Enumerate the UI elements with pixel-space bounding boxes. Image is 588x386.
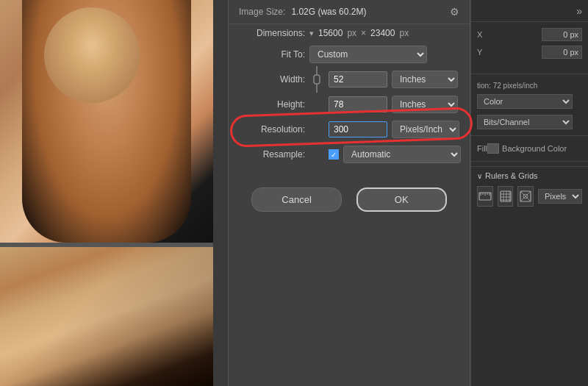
photo-top: [0, 0, 213, 243]
fill-box[interactable]: [487, 143, 499, 154]
dimensions-height-unit: px: [399, 28, 409, 38]
right-panel: » X Y tion: 72 pixels/inch Color Bits/Ch…: [470, 0, 588, 386]
dimensions-x: ×: [361, 28, 366, 38]
dimensions-label: Dimensions:: [239, 28, 305, 38]
photo-bottom: [0, 247, 213, 386]
rulers-unit-select[interactable]: Pixels: [538, 189, 582, 204]
collapse-icon[interactable]: ∨: [477, 172, 482, 180]
rulers-icons: Pixels: [471, 183, 588, 210]
cancel-button[interactable]: Cancel: [251, 187, 341, 212]
resample-select[interactable]: Automatic: [343, 146, 461, 163]
divider-3: [471, 161, 588, 162]
chain-icon: [311, 66, 323, 93]
resolution-row: Resolution: Pixels/Inch: [229, 117, 470, 142]
x-row: X: [477, 28, 582, 41]
dialog-header-left: Image Size: 1.02G (was 60.2M): [239, 7, 366, 17]
coordinates-section: X Y: [471, 22, 588, 69]
bg-color-label: Background Color: [502, 144, 567, 153]
svg-rect-18: [314, 75, 320, 84]
width-unit-select[interactable]: Inches: [392, 71, 458, 88]
x-input[interactable]: [542, 28, 582, 41]
divider-2: [471, 135, 588, 136]
ok-button[interactable]: OK: [356, 187, 447, 212]
dialog-title-value: 1.02G (was 60.2M): [291, 7, 366, 17]
fill-row: Fill Background Color: [471, 140, 588, 157]
ruler-icon-2[interactable]: [498, 186, 514, 207]
image-size-dialog: Image Size: 1.02G (was 60.2M) ⚙ Dimensio…: [228, 0, 470, 386]
fill-label: Fill: [477, 144, 487, 153]
color-row: Color: [471, 93, 588, 110]
resample-checkbox[interactable]: ✓: [329, 149, 339, 160]
y-label: Y: [477, 48, 542, 57]
bits-row: Bits/Channel: [471, 113, 588, 131]
resolution-label: Resolution:: [239, 124, 305, 135]
wh-group: Width: Inches Height:: [229, 67, 470, 117]
width-label: Width:: [239, 74, 305, 85]
dialog-title-label: Image Size:: [239, 7, 285, 17]
height-label: Height:: [239, 99, 305, 110]
gear-button[interactable]: ⚙: [450, 6, 459, 18]
fit-to-row: Fit To: Custom: [229, 42, 470, 67]
ruler-icon-3[interactable]: [517, 186, 534, 207]
dialog-buttons: Cancel OK: [229, 173, 470, 219]
color-select[interactable]: Color: [477, 94, 573, 109]
height-row: Height: Inches: [229, 92, 470, 117]
y-row: Y: [477, 46, 582, 59]
width-row: Width: Inches: [229, 67, 470, 92]
y-input[interactable]: [542, 46, 582, 59]
x-label: X: [477, 30, 542, 39]
fit-to-label: Fit To:: [239, 49, 305, 60]
width-input[interactable]: [329, 71, 387, 87]
ruler-icon-1[interactable]: [477, 186, 493, 207]
dialog-header: Image Size: 1.02G (was 60.2M) ⚙: [229, 0, 470, 24]
resample-label: Resample:: [239, 149, 305, 160]
dimensions-width: 15600: [318, 28, 343, 38]
resolution-input[interactable]: [329, 121, 387, 137]
divider-1: [471, 74, 588, 74]
photo-area: [0, 0, 213, 386]
right-panel-header: »: [471, 0, 588, 22]
fit-to-select[interactable]: Custom: [309, 46, 427, 63]
bits-select[interactable]: Bits/Channel: [477, 115, 573, 129]
dimensions-arrow[interactable]: ▾: [309, 29, 314, 38]
resolution-info: tion: 72 pixels/inch: [471, 79, 588, 93]
spacer: [229, 167, 470, 173]
checkbox-check: ✓: [331, 151, 337, 159]
dimensions-width-unit: px: [347, 28, 356, 38]
resolution-unit-select[interactable]: Pixels/Inch: [392, 121, 459, 138]
height-unit-select[interactable]: Inches: [392, 96, 458, 113]
rulers-header: ∨ Rulers & Grids: [471, 166, 588, 183]
expand-icon[interactable]: »: [576, 5, 582, 17]
main-area: Image Size: 1.02G (was 60.2M) ⚙ Dimensio…: [213, 0, 470, 386]
dimensions-height: 23400: [370, 28, 395, 38]
resample-row: Resample: ✓ Automatic: [229, 142, 470, 167]
height-input[interactable]: [329, 96, 387, 112]
dimensions-row: Dimensions: ▾ 15600 px × 23400 px: [229, 24, 470, 42]
rulers-label: Rulers & Grids: [485, 171, 538, 180]
